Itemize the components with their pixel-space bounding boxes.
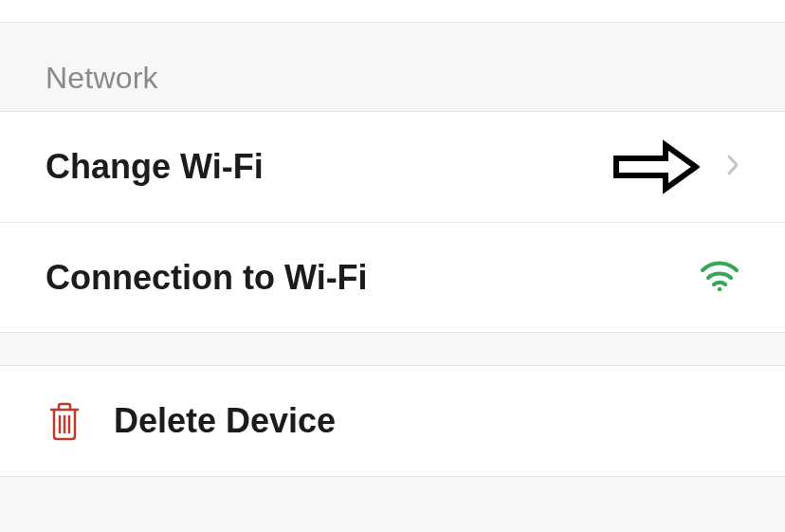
connection-wifi-label: Connection to Wi-Fi: [46, 258, 700, 298]
delete-device-label: Delete Device: [114, 401, 336, 441]
arrow-right-annotation-icon: [612, 139, 700, 194]
top-blank: [0, 0, 785, 23]
delete-list: Delete Device: [0, 365, 785, 477]
delete-device-row[interactable]: Delete Device: [0, 366, 785, 476]
section-header-network: Network: [0, 23, 785, 111]
change-wifi-row[interactable]: Change Wi-Fi: [0, 112, 785, 222]
section-spacer: [0, 333, 785, 365]
chevron-right-icon: [726, 154, 739, 180]
connection-wifi-accessory: [700, 261, 739, 295]
svg-point-0: [718, 286, 721, 290]
change-wifi-label: Change Wi-Fi: [46, 147, 612, 187]
trash-icon: [46, 400, 83, 442]
network-list: Change Wi-Fi Connection to Wi-Fi: [0, 111, 785, 333]
connection-wifi-row[interactable]: Connection to Wi-Fi: [0, 222, 785, 332]
wifi-icon: [700, 261, 739, 295]
change-wifi-accessory: [612, 139, 739, 194]
